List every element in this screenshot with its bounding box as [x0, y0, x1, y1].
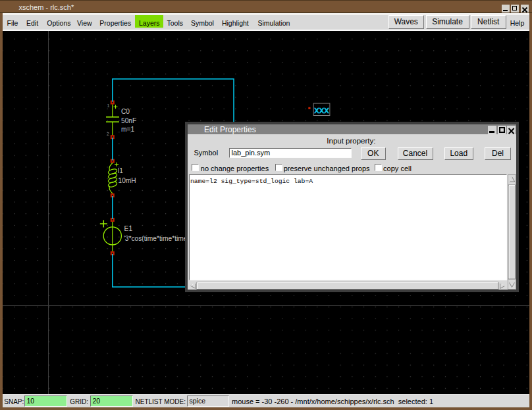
svg-text:l1: l1 — [118, 167, 123, 174]
svg-text:1: 1 — [107, 103, 110, 108]
svg-text:xxx: xxx — [314, 104, 329, 115]
svg-text:m=1: m=1 — [121, 126, 134, 133]
svg-text:'3*cos(time*time*time*: '3*cos(time*time*time* — [124, 235, 190, 242]
svg-text:50nF: 50nF — [121, 117, 136, 124]
svg-text:C0: C0 — [121, 108, 130, 115]
svg-text:10mH: 10mH — [119, 177, 136, 184]
svg-text:2: 2 — [107, 132, 109, 136]
svg-text:E1: E1 — [124, 225, 133, 232]
